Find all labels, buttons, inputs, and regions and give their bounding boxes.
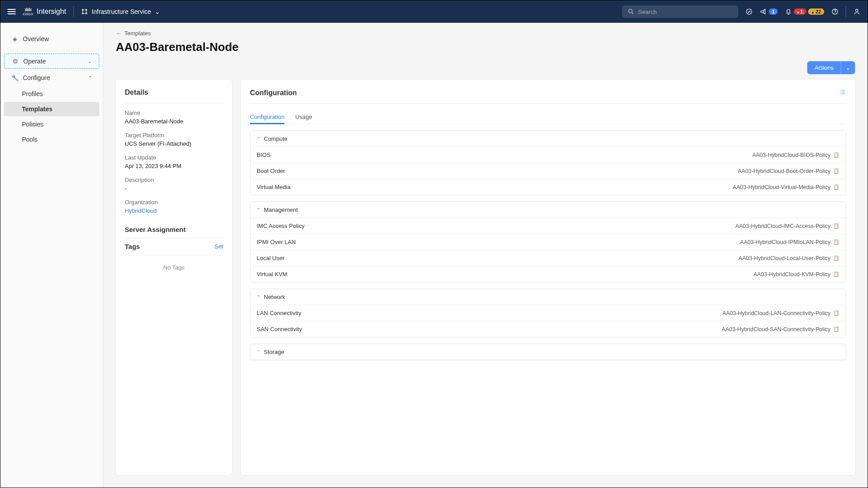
sidebar-item-policies[interactable]: Policies [4, 117, 99, 131]
tab-usage[interactable]: Usage [295, 110, 312, 124]
detail-label-description: Description [125, 177, 223, 183]
group-header-compute[interactable]: ⌃ Compute [250, 131, 846, 147]
service-label: Infrastructure Service [92, 8, 151, 15]
breadcrumb[interactable]: ← Templates [116, 30, 855, 37]
set-tags-button[interactable]: Set [214, 243, 223, 250]
group-title: Network [264, 294, 285, 300]
user-icon [853, 8, 860, 15]
policy-value: AA03-HybridCloud-IPMIoLAN-Policy [740, 239, 830, 245]
policy-value: AA03-HybridCloud-LAN-Connectivity-Policy [722, 310, 830, 316]
chevron-up-icon: ⌃ [88, 75, 92, 81]
actions-label: Actions [807, 61, 841, 74]
sidebar-item-overview[interactable]: ◈ Overview [4, 32, 99, 46]
details-panel: Details Name AA03-Baremetal-Node Target … [116, 80, 232, 475]
detail-value-description: - [125, 185, 223, 192]
error-count: 1 [794, 8, 806, 15]
dashboard-icon: ◈ [11, 35, 18, 42]
clipboard-icon[interactable]: 📋 [833, 239, 839, 245]
clipboard-icon[interactable]: 📋 [833, 326, 839, 332]
group-title: Management [264, 206, 298, 213]
config-heading: Configuration [250, 89, 297, 97]
detail-value-organization[interactable]: HybridCloud [125, 207, 223, 214]
policy-row[interactable]: Local User AA03-HybridCloud-Local-User-P… [250, 250, 846, 266]
chevron-down-icon: ⌄ [88, 59, 92, 64]
chevron-down-icon: ⌄ [155, 8, 160, 15]
chevron-up-icon: ⌃ [257, 294, 260, 299]
group-header-network[interactable]: ⌃ Network [250, 289, 846, 305]
clipboard-icon[interactable]: 📋 [833, 271, 839, 277]
chevron-up-icon: ⌃ [257, 136, 260, 141]
chevron-up-icon: ⌃ [257, 207, 260, 212]
product-name: Intersight [37, 8, 66, 16]
policy-name: Virtual KVM [257, 271, 287, 278]
clipboard-icon[interactable]: 📋 [833, 223, 839, 229]
cisco-logo: cisco [23, 7, 33, 17]
menu-toggle-button[interactable] [8, 9, 16, 14]
clipboard-icon[interactable]: 📋 [833, 152, 839, 158]
global-search[interactable] [622, 5, 738, 18]
sidebar-item-configure[interactable]: 🔧 Configure ⌃ [4, 71, 99, 85]
policy-row[interactable]: Boot Order AA03-HybridCloud-Boot-Order-P… [250, 163, 846, 179]
policy-name: SAN Connectivity [257, 326, 302, 332]
alerts-button[interactable]: 1 22 [785, 8, 824, 15]
warning-count: 22 [808, 8, 824, 15]
detail-value-name: AA03-Baremetal-Node [125, 118, 223, 125]
sidebar: ◈ Overview ⚙ Operate ⌄ 🔧 Configure ⌃ Pro… [0, 23, 103, 488]
policy-value: AA03-HybridCloud-Virtual-Media-Policy [733, 184, 830, 190]
sidebar-label: Overview [23, 35, 49, 42]
policy-row[interactable]: BIOS AA03-HybridCloud-BIOS-Policy📋 [250, 147, 846, 163]
view-toggle-button[interactable] [839, 88, 846, 97]
tasks-button[interactable] [745, 8, 753, 15]
policy-row[interactable]: IPMI Over LAN AA03-HybridCloud-IPMIoLAN-… [250, 234, 846, 250]
announcements-button[interactable]: 1 [760, 8, 778, 15]
group-header-management[interactable]: ⌃ Management [250, 202, 846, 218]
user-menu[interactable] [853, 8, 860, 15]
svg-point-5 [746, 9, 752, 14]
back-arrow-icon: ← [116, 30, 122, 37]
service-picker[interactable]: Infrastructure Service ⌄ [81, 8, 160, 15]
sidebar-item-pools[interactable]: Pools [4, 132, 99, 147]
tab-configuration[interactable]: Configuration [250, 110, 284, 124]
detail-label-name: Name [125, 109, 223, 116]
divider [8, 50, 96, 50]
clipboard-icon[interactable]: 📋 [833, 168, 839, 174]
policy-value: AA03-HybridCloud-KVM-Policy [754, 271, 830, 278]
policy-name: Virtual Media [257, 184, 291, 190]
sidebar-item-operate[interactable]: ⚙ Operate ⌄ [4, 54, 99, 69]
policy-name: IMC Access Policy [257, 223, 305, 229]
policy-row[interactable]: LAN Connectivity AA03-HybridCloud-LAN-Co… [250, 305, 846, 321]
sidebar-item-templates[interactable]: Templates [4, 102, 99, 116]
policy-value: AA03-HybridCloud-Boot-Order-Policy [738, 168, 830, 174]
group-header-storage[interactable]: ⌃ Storage [250, 344, 846, 360]
brand: cisco Intersight [23, 7, 66, 17]
policy-row[interactable]: Virtual Media AA03-HybridCloud-Virtual-M… [250, 179, 846, 195]
policy-row[interactable]: SAN Connectivity AA03-HybridCloud-SAN-Co… [250, 321, 846, 337]
config-tabs: Configuration Usage [250, 110, 846, 124]
policy-value: AA03-HybridCloud-IMC-Access-Policy [735, 223, 830, 229]
policy-value: AA03-HybridCloud-BIOS-Policy [752, 152, 830, 158]
policy-group-management: ⌃ Management IMC Access Policy AA03-Hybr… [250, 202, 846, 282]
topbar: cisco Intersight Infrastructure Service … [0, 0, 868, 23]
policy-group-storage: ⌃ Storage [250, 344, 846, 360]
detail-value-platform: UCS Server (FI-Attached) [125, 140, 223, 147]
policy-name: Local User [257, 255, 284, 261]
svg-point-8 [855, 9, 858, 12]
policy-row[interactable]: Virtual KVM AA03-HybridCloud-KVM-Policy📋 [250, 266, 846, 282]
policy-group-network: ⌃ Network LAN Connectivity AA03-HybridCl… [250, 289, 846, 337]
detail-label-platform: Target Platform [125, 132, 223, 139]
search-input[interactable] [638, 8, 733, 15]
clipboard-icon[interactable]: 📋 [833, 255, 839, 261]
clipboard-icon[interactable]: 📋 [833, 310, 839, 316]
server-assignment-heading: Server Assignment [125, 221, 223, 238]
sidebar-item-profiles[interactable]: Profiles [4, 87, 99, 101]
page-title: AA03-Baremetal-Node [116, 40, 855, 54]
policy-value: AA03-HybridCloud-SAN-Connectivity-Policy [722, 326, 830, 332]
svg-point-2 [82, 13, 83, 14]
bell-icon [785, 8, 792, 15]
help-button[interactable] [831, 8, 838, 15]
clipboard-icon[interactable]: 📋 [833, 184, 839, 190]
policy-row[interactable]: IMC Access Policy AA03-HybridCloud-IMC-A… [250, 218, 846, 234]
details-heading: Details [125, 88, 223, 103]
policy-name: Boot Order [257, 168, 285, 174]
actions-button[interactable]: Actions ⌄ [807, 61, 855, 74]
